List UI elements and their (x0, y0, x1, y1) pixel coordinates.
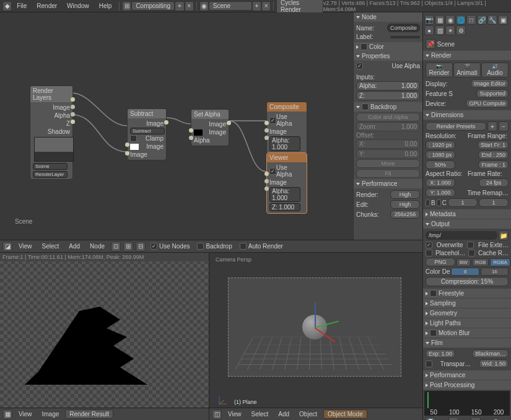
node-subtract[interactable]: Subtract Image Subtract Clamp Image Imag… (127, 108, 167, 160)
pixel-filter[interactable]: Blackman… (472, 349, 509, 358)
node-label-field[interactable] (390, 36, 420, 38)
menu-file[interactable]: File (12, 2, 32, 9)
context-physics-icon[interactable]: ⚙ (456, 25, 466, 35)
panel-render[interactable]: Render (423, 51, 511, 60)
fileext-check[interactable] (467, 242, 474, 248)
editor-type-icon[interactable]: ◪ (2, 242, 12, 252)
img-selector[interactable]: Render Result (65, 409, 113, 419)
feature-set[interactable]: Supported (476, 89, 509, 98)
menu-add[interactable]: Add (65, 243, 84, 250)
end-frame[interactable]: End : 250 (478, 151, 509, 159)
img-editor-icon[interactable]: ▦ (2, 409, 12, 419)
new-field[interactable]: 1 (479, 198, 509, 207)
border-check[interactable] (426, 199, 430, 206)
aspect-x[interactable]: X: 1.000 (426, 178, 455, 187)
context-particle-icon[interactable]: ✶ (445, 25, 455, 35)
placeholder-check[interactable] (426, 250, 432, 256)
image-viewer[interactable]: Frame:1 | Time:00:11.61 | Mem:174.08M, P… (0, 253, 209, 420)
color-alpha-btn[interactable]: Color and Alpha (356, 113, 420, 121)
vp-menu-add[interactable]: Add (274, 411, 293, 418)
perf-edit[interactable]: High (390, 200, 420, 209)
context-object-icon[interactable]: □ (466, 15, 476, 25)
context-scene-icon[interactable]: ◉ (445, 15, 455, 25)
alpha-input[interactable]: Alpha:1.000 (356, 81, 420, 90)
layer-field[interactable]: RenderLayer (33, 171, 68, 178)
fps[interactable]: 24 fps (479, 178, 509, 187)
offset-y[interactable]: Y:0.00 (356, 149, 420, 159)
context-material-icon[interactable]: ● (424, 25, 434, 35)
context-modifier-icon[interactable]: 🔧 (487, 15, 497, 25)
render-presets[interactable]: Render Presets (426, 122, 486, 131)
backdrop-check[interactable] (197, 243, 204, 250)
pin-icon[interactable]: 📌 (426, 39, 435, 49)
output-path[interactable]: /tmp/ (426, 231, 497, 240)
vp-menu-view[interactable]: View (224, 411, 245, 418)
comp-use-alpha[interactable] (269, 117, 276, 124)
scene-add[interactable]: + (252, 1, 261, 11)
viewport-3d[interactable]: Camera Persp (1) Plane ◫ View Select Add (209, 253, 422, 420)
bw-btn[interactable]: BW (456, 258, 471, 266)
preset-add[interactable]: + (487, 121, 497, 131)
auto-render-check[interactable] (240, 243, 247, 250)
timeline-icon[interactable]: 🕐 (426, 417, 435, 420)
context-data-icon[interactable]: ▣ (498, 15, 508, 25)
filter-width[interactable]: Wid: 1.50 (479, 359, 509, 368)
play-icon[interactable]: ▶ (471, 417, 481, 420)
scene-selector[interactable]: Scene (209, 1, 252, 11)
use-alpha-check[interactable] (356, 63, 363, 69)
z-input[interactable]: Z:1.000 (356, 91, 420, 100)
panel-dimensions[interactable]: Dimensions (423, 110, 511, 120)
preset-del[interactable]: − (499, 121, 509, 131)
tree-type2-icon[interactable]: ⊞ (123, 242, 133, 252)
blender-icon[interactable]: ◆ (2, 1, 12, 11)
res-y[interactable]: : 1080 px (426, 151, 455, 159)
scene-del[interactable]: × (261, 1, 271, 11)
panel-performance2[interactable]: Performance (423, 370, 511, 380)
exposure[interactable]: Exp: 1.00 (426, 349, 455, 358)
depth-8[interactable]: 8 (451, 268, 479, 276)
timeline-mini[interactable]: 50 100 150 200 (424, 391, 510, 416)
audio-btn[interactable]: 🔊Audio (481, 63, 509, 77)
node-set-alpha[interactable]: Set Alpha Image Image Alpha (191, 109, 229, 146)
context-layers-icon[interactable]: ▦ (435, 15, 445, 25)
folder-icon[interactable]: 📁 (499, 230, 509, 240)
menu-window[interactable]: Window (62, 2, 94, 9)
zoom-field[interactable]: Zoom:1.000 (356, 122, 420, 131)
overwrite-check[interactable] (426, 242, 432, 248)
panel-metadata[interactable]: Metadata (423, 209, 511, 219)
panel-motion-blur[interactable]: Motion Blur (423, 328, 511, 338)
rgb-btn[interactable]: RGB (472, 258, 489, 266)
context-constraint-icon[interactable]: 🔗 (477, 15, 487, 25)
res-x[interactable]: : 1920 px (426, 141, 455, 149)
clamp-check[interactable] (130, 135, 137, 142)
start-frame[interactable]: Start Fr: 1 (478, 141, 509, 149)
node-viewer[interactable]: Viewer Use Alpha Image Alpha: 1.000 Z: 1… (266, 152, 307, 214)
perf-render[interactable]: High (390, 190, 420, 199)
context-texture-icon[interactable]: ▨ (435, 25, 445, 35)
view3d-icon[interactable]: ◫ (212, 409, 222, 419)
offset-x[interactable]: X:0.00 (356, 139, 420, 149)
depth-16[interactable]: 16 (481, 268, 509, 276)
menu-render[interactable]: Render (32, 2, 62, 9)
menu-help[interactable]: Help (94, 2, 117, 9)
gizmo-z[interactable] (315, 302, 316, 327)
menu-node[interactable]: Node (86, 243, 108, 250)
viewer-use-alpha[interactable] (269, 168, 276, 175)
vp-menu-select[interactable]: Select (248, 411, 273, 418)
layout-add[interactable]: + (175, 1, 184, 11)
layout-del[interactable]: × (185, 1, 194, 11)
menu-select[interactable]: Select (38, 243, 63, 250)
aspect-y[interactable]: Y: 1.000 (426, 188, 455, 197)
menu-view[interactable]: View (15, 243, 36, 250)
img-menu-view[interactable]: View (15, 411, 36, 418)
panel-output[interactable]: Output (423, 219, 511, 229)
format-select[interactable]: PNG (426, 258, 455, 266)
compression-field[interactable]: Compression: 15% (426, 277, 509, 286)
context-render-icon[interactable]: 📷 (424, 15, 434, 25)
res-pct[interactable]: 50% (426, 160, 455, 169)
device-select[interactable]: GPU Compute (466, 99, 509, 108)
panel-post[interactable]: Post Processing (423, 380, 511, 390)
tree-type-icon[interactable]: ⊡ (111, 242, 121, 252)
use-nodes-check[interactable] (151, 243, 157, 250)
display-mode[interactable]: Image Editor (471, 79, 509, 88)
